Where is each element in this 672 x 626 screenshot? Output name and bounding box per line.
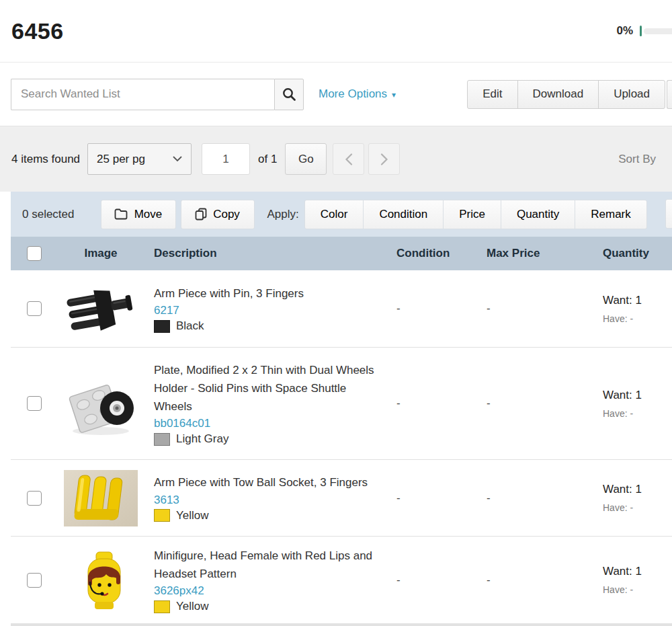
color-line: Yellow	[154, 509, 396, 522]
header-description: Description	[154, 247, 396, 260]
color-swatch	[154, 600, 170, 613]
table-row: Arm Piece with Pin, 3 Fingers 6217 Black…	[11, 270, 672, 348]
move-button[interactable]: Move	[101, 200, 176, 229]
copy-button[interactable]: Copy	[181, 200, 255, 229]
part-image[interactable]	[64, 366, 138, 441]
header-max-price: Max Price	[487, 247, 603, 260]
page-of-label: of 1	[258, 153, 277, 166]
header-quantity: Quantity	[603, 247, 672, 260]
have-quantity: Have: -	[603, 502, 672, 513]
max-price-value: -	[487, 397, 603, 410]
go-button[interactable]: Go	[285, 143, 327, 175]
quantity-cell: Want: 1 Have: -	[603, 565, 672, 595]
item-name: Arm Piece with Pin, 3 Fingers	[154, 284, 378, 303]
row-checkbox[interactable]	[27, 573, 42, 588]
item-number-link[interactable]: bb0164c01	[154, 417, 396, 430]
header-condition: Condition	[396, 247, 487, 260]
apply-button-group: Color Condition Price Quantity Remark	[304, 200, 647, 229]
table-row: Arm Piece with Tow Ball Socket, 3 Finger…	[11, 460, 672, 537]
pagination-bar: 4 items found 25 per pg of 1 Go Sort By	[0, 126, 672, 192]
condition-value: -	[396, 492, 487, 505]
more-options-dropdown[interactable]: More Options ▾	[319, 87, 396, 101]
search-box	[11, 79, 304, 110]
selected-count-label: 0 selected	[22, 208, 75, 221]
apply-remark-button[interactable]: Remark	[575, 200, 647, 229]
color-name: Light Gray	[176, 432, 228, 446]
move-label: Move	[134, 208, 163, 221]
item-number-link[interactable]: 6217	[154, 304, 396, 317]
row-checkbox[interactable]	[27, 396, 42, 411]
have-quantity: Have: -	[603, 584, 672, 595]
search-input[interactable]	[11, 79, 274, 110]
next-page-button[interactable]	[368, 143, 400, 175]
progress-indicator: 0%	[616, 24, 672, 38]
max-price-value: -	[487, 302, 603, 315]
page-header: 6456 0%	[0, 0, 672, 63]
apply-price-button[interactable]: Price	[443, 200, 501, 229]
want-quantity: Want: 1	[603, 389, 672, 402]
selection-action-bar: 0 selected Move Copy Apply: Color Condit…	[11, 192, 672, 237]
black-arm-piece-image	[64, 279, 138, 338]
color-name: Black	[176, 319, 204, 333]
search-icon	[282, 87, 296, 102]
sort-by-control[interactable]: Sort By	[618, 153, 656, 166]
minifig-head-image	[64, 545, 138, 615]
have-quantity: Have: -	[603, 313, 672, 324]
items-found-label: 4 items found	[11, 153, 80, 166]
apply-label: Apply:	[267, 208, 299, 221]
item-number-link[interactable]: 3626px42	[154, 584, 396, 598]
quantity-cell: Want: 1 Have: -	[603, 389, 672, 419]
part-image[interactable]	[64, 545, 138, 615]
row-checkbox[interactable]	[27, 301, 42, 316]
per-page-value: 25 per pg	[97, 153, 145, 166]
upload-button[interactable]: Upload	[598, 80, 665, 109]
yellow-arm-piece-image	[64, 470, 138, 526]
color-line: Light Gray	[154, 432, 396, 446]
chevron-down-icon	[173, 156, 182, 162]
select-all-checkbox[interactable]	[27, 246, 42, 261]
color-name: Yellow	[176, 600, 209, 613]
item-name: Arm Piece with Tow Ball Socket, 3 Finger…	[154, 473, 378, 492]
color-swatch	[154, 509, 170, 522]
row-checkbox[interactable]	[27, 491, 42, 506]
partial-button[interactable]	[665, 199, 672, 229]
apply-color-button[interactable]: Color	[304, 200, 364, 229]
condition-value: -	[396, 302, 487, 315]
progress-tick	[640, 26, 642, 36]
apply-quantity-button[interactable]: Quantity	[501, 200, 575, 229]
chevron-left-icon	[345, 153, 353, 165]
max-price-value: -	[487, 492, 603, 505]
partial-button[interactable]	[667, 80, 672, 109]
toolbar-button-group: Edit Download Upload	[467, 80, 665, 109]
want-quantity: Want: 1	[603, 294, 672, 307]
per-page-select[interactable]: 25 per pg	[87, 143, 192, 175]
table-header-row: Image Description Condition Max Price Qu…	[11, 237, 672, 270]
copy-icon	[195, 208, 207, 221]
item-name: Plate, Modified 2 x 2 Thin with Dual Whe…	[154, 361, 378, 416]
search-button[interactable]	[274, 79, 304, 110]
part-image[interactable]	[64, 470, 138, 526]
progress-percent: 0%	[616, 24, 633, 38]
want-quantity: Want: 1	[603, 483, 672, 496]
download-button[interactable]: Download	[517, 80, 599, 109]
prev-page-button[interactable]	[333, 143, 364, 175]
gray-plate-wheel-image	[64, 366, 138, 441]
quantity-cell: Want: 1 Have: -	[603, 483, 672, 513]
table-row: Plate, Modified 2 x 2 Thin with Dual Whe…	[11, 348, 672, 460]
max-price-value: -	[487, 574, 603, 587]
table-row: Minifigure, Head Female with Red Lips an…	[11, 537, 672, 624]
folder-icon	[114, 208, 128, 220]
page-number-input[interactable]	[202, 143, 250, 175]
more-options-label: More Options	[319, 87, 387, 101]
part-image[interactable]	[64, 279, 138, 338]
item-number-link[interactable]: 3613	[154, 494, 396, 507]
edit-button[interactable]: Edit	[467, 80, 517, 109]
apply-condition-button[interactable]: Condition	[363, 200, 444, 229]
chevron-right-icon	[380, 153, 388, 165]
header-image: Image	[64, 247, 138, 260]
condition-value: -	[396, 397, 487, 410]
item-name: Minifigure, Head Female with Red Lips an…	[154, 547, 378, 583]
chevron-down-icon: ▾	[392, 90, 396, 100]
want-quantity: Want: 1	[603, 565, 672, 578]
have-quantity: Have: -	[603, 408, 672, 419]
